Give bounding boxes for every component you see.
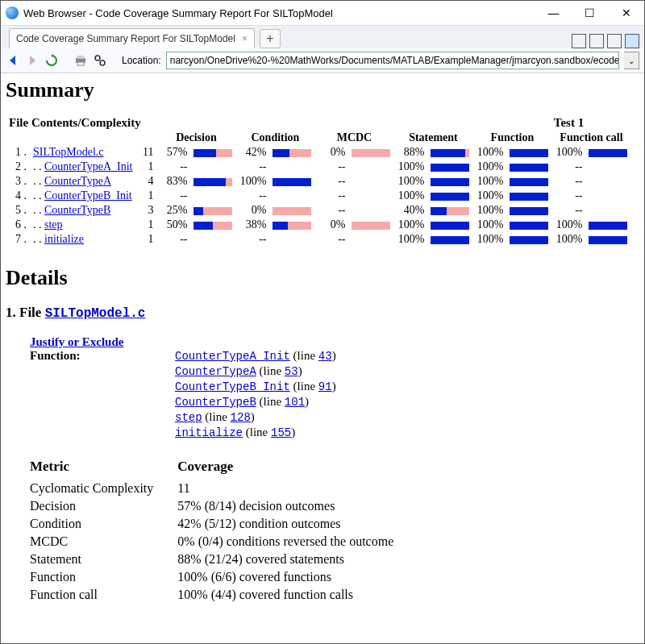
metric-name: Function call — [30, 586, 177, 604]
coverage-bar — [273, 149, 311, 157]
col-mcdc: MCDC — [314, 131, 393, 145]
svg-rect-2 — [77, 62, 84, 65]
coverage-bar — [431, 193, 469, 201]
coverage-bar — [510, 236, 548, 244]
metric-name: Cyclomatic Complexity — [30, 480, 177, 497]
coverage-bar — [273, 222, 311, 230]
location-label: Location: — [122, 55, 161, 66]
func-link[interactable]: CounterTypeA — [44, 175, 111, 187]
app-window: Web Browser - Code Coverage Summary Repo… — [0, 0, 645, 644]
metric-name: Function — [30, 568, 177, 586]
forward-button[interactable] — [25, 53, 40, 68]
metric-value: 42% (5/12) condition outcomes — [177, 515, 418, 533]
line-link[interactable]: 91 — [318, 380, 332, 393]
layout-single-icon[interactable] — [625, 34, 639, 48]
close-button[interactable]: ✕ — [608, 1, 644, 25]
func-link[interactable]: CounterTypeA_Init — [44, 160, 132, 172]
coverage-bar — [431, 178, 469, 186]
coverage-bar — [431, 207, 469, 215]
details-file-heading: 1. File SILTopModel.c — [6, 305, 639, 321]
metric-value: 11 — [177, 480, 418, 497]
summary-header-row-2: Decision Condition MCDC Statement Functi… — [6, 131, 630, 145]
summary-row: 3 .. . CounterTypeA483%100%--100%100%-- — [6, 174, 630, 189]
coverage-bar — [510, 207, 548, 215]
function-item: initialize (line 155) — [175, 426, 336, 439]
col-statement: Statement — [393, 131, 472, 145]
coverage-bar — [273, 178, 311, 186]
coverage-bar — [431, 164, 469, 172]
metric-row: Cyclomatic Complexity11 — [30, 480, 418, 497]
function-link[interactable]: CounterTypeB — [175, 396, 256, 409]
func-link[interactable]: CounterTypeB_Init — [44, 189, 132, 202]
function-link[interactable]: CounterTypeA — [175, 365, 256, 378]
print-button[interactable] — [73, 53, 88, 68]
maximize-button[interactable]: ☐ — [572, 1, 608, 25]
layout-icons — [572, 34, 644, 48]
metric-value: 88% (21/24) covered statements — [177, 551, 418, 568]
col-condition: Condition — [235, 131, 314, 145]
func-link[interactable]: CounterTypeB — [44, 204, 110, 216]
function-link[interactable]: initialize — [175, 426, 243, 439]
layout-split-icon[interactable] — [589, 34, 604, 48]
function-link[interactable]: CounterTypeB_Init — [175, 380, 290, 393]
test-head: Test 1 — [506, 115, 630, 131]
metric-name: Decision — [30, 497, 177, 515]
coverage-bar — [352, 222, 390, 230]
col-decision: Decision — [156, 131, 235, 145]
col-function: Function — [472, 131, 551, 145]
coverage-bar — [194, 178, 232, 186]
location-dropdown-button[interactable]: ⌄ — [624, 52, 639, 69]
coverage-bar — [510, 149, 548, 157]
file-label: 1. File — [6, 305, 45, 320]
layout-stack-icon[interactable] — [607, 34, 622, 48]
file-link[interactable]: SILTopModel.c — [33, 146, 104, 158]
function-link[interactable]: CounterTypeA_Init — [175, 350, 290, 363]
line-link[interactable]: 43 — [318, 350, 332, 363]
metric-row: Function100% (6/6) covered functions — [30, 568, 418, 586]
justify-or-exclude-link[interactable]: Justify or Exclude — [30, 335, 123, 348]
window-title: Web Browser - Code Coverage Summary Repo… — [23, 7, 535, 19]
add-tab-button[interactable]: + — [260, 29, 281, 48]
coverage-bar — [510, 193, 548, 201]
metric-value: 0% (0/4) conditions reversed the outcome — [177, 533, 418, 551]
find-button[interactable] — [93, 53, 107, 68]
tab-report[interactable]: Code Coverage Summary Report For SILTopM… — [9, 28, 255, 48]
metric-name: MCDC — [30, 533, 177, 551]
metric-name: Condition — [30, 515, 177, 533]
function-item: CounterTypeA (line 53) — [175, 364, 336, 378]
coverage-bar — [589, 222, 627, 230]
layout-grid-icon[interactable] — [572, 34, 586, 48]
back-button[interactable] — [6, 53, 20, 68]
summary-table: File Contents/Complexity Test 1 Decision… — [6, 115, 630, 247]
reload-button[interactable] — [44, 53, 59, 68]
location-input[interactable]: narcyon/OneDrive%20-%20MathWorks/Documen… — [166, 52, 619, 69]
coverage-bar — [510, 222, 548, 230]
svg-rect-1 — [77, 56, 84, 59]
coverage-bar — [194, 149, 232, 157]
justify-block: Justify or Exclude — [30, 335, 639, 349]
line-link[interactable]: 53 — [285, 365, 298, 378]
function-list: CounterTypeA_Init (line 43)CounterTypeA … — [175, 349, 336, 441]
coverage-bar — [589, 149, 627, 157]
coverage-bar — [431, 149, 469, 157]
function-link[interactable]: step — [175, 411, 202, 424]
function-item: CounterTypeB_Init (line 91) — [175, 380, 336, 393]
metric-value: 100% (4/4) covered function calls — [177, 586, 418, 604]
minimize-button[interactable]: — — [535, 1, 572, 25]
file-link[interactable]: SILTopModel.c — [45, 306, 146, 321]
func-link[interactable]: step — [44, 218, 63, 231]
page-content[interactable]: Summary File Contents/Complexity Test 1 … — [1, 73, 644, 643]
metric-row: MCDC0% (0/4) conditions reversed the out… — [30, 533, 418, 551]
summary-row: 4 .. . CounterTypeB_Init1------100%100%-… — [6, 189, 630, 203]
function-item: CounterTypeB (line 101) — [175, 395, 336, 409]
tab-close-icon[interactable]: × — [242, 33, 248, 44]
summary-row: 7 .. . initialize1------100%100%100% — [6, 232, 630, 247]
summary-row: 1 .SILTopModel.c1157%42%0%88%100%100% — [6, 145, 630, 160]
function-item: step (line 128) — [175, 410, 336, 424]
line-link[interactable]: 155 — [271, 426, 291, 439]
line-link[interactable]: 101 — [285, 396, 305, 409]
func-link[interactable]: initialize — [44, 233, 84, 245]
line-link[interactable]: 128 — [231, 411, 251, 424]
summary-row: 2 .. . CounterTypeA_Init1------100%100%-… — [6, 160, 630, 174]
coverage-bar — [194, 207, 232, 215]
